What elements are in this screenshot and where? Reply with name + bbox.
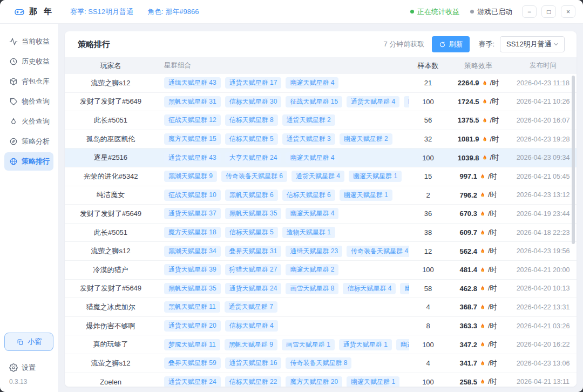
star-cluster-tag: 通货天赋星群 4 bbox=[292, 171, 344, 182]
star-cluster-tag: 黑帆天赋星群 35 bbox=[225, 208, 282, 219]
sidebar-item-current-income[interactable]: 当前收益 bbox=[4, 32, 53, 51]
star-cluster-tag: 黑潮天赋星群 34 bbox=[164, 246, 221, 257]
star-cluster-combo: 梦魇天赋星群 11黑帆天赋星群 9画雪天赋星群 1通货天赋星群 1幽邃天赋星群 … bbox=[157, 339, 409, 350]
sidebar-item-item-price-query[interactable]: 物价查询 bbox=[4, 92, 53, 111]
fire-icon bbox=[479, 229, 486, 236]
star-cluster-tag: 魔方天赋星群 18 bbox=[164, 227, 221, 238]
table-row[interactable]: 发财了发财了#5649黑帆天赋星群 35通货天赋星群 24画雪天赋星群 8信标天… bbox=[65, 280, 577, 299]
table-row[interactable]: Zoelen通货天赋星群 24信标天赋星群 22魔方天赋星群 20幽邃天赋星群 … bbox=[65, 373, 577, 387]
settings-button[interactable]: 设置 bbox=[4, 360, 53, 376]
star-cluster-tag: 通货天赋星群 17 bbox=[225, 77, 282, 89]
gamepad-icon bbox=[14, 6, 25, 17]
publish-time: 2026-04-21 20:00 bbox=[510, 266, 577, 274]
minimize-button[interactable]: − bbox=[522, 5, 537, 18]
table-row[interactable]: 光荣的进化#5342黑潮天赋星群 9传奇装备天赋星群 6通货天赋星群 4幽邃天赋… bbox=[65, 167, 577, 186]
star-cluster-tag: 魔方天赋星群 20 bbox=[286, 376, 342, 387]
sidebar-item-backpack-warehouse[interactable]: 背包仓库 bbox=[4, 72, 53, 91]
sidebar-item-history-income[interactable]: 历史收益 bbox=[4, 52, 53, 71]
sample-count: 32 bbox=[409, 135, 447, 143]
star-cluster-tag: 幽邃天赋星群 4 bbox=[404, 96, 409, 107]
season-select-label: 赛季: bbox=[478, 39, 494, 49]
star-cluster-tag: 传奇装备天赋星群 4 bbox=[347, 246, 409, 257]
fire-icon bbox=[481, 98, 489, 105]
title-bar: 那 年 赛季: SS12明月普通 角色: 那年#9866 正在统计收益 游戏已启… bbox=[0, 0, 583, 24]
publish-time: 2026-04-21 10:26 bbox=[510, 98, 577, 105]
player-name: 猎魔之冰虎加尔 bbox=[65, 302, 157, 312]
table-row[interactable]: 此长#5051征战天赋星群 12信标天赋星群 8通货天赋星群 2561375.5… bbox=[65, 111, 577, 130]
refresh-button[interactable]: 刷新 bbox=[432, 36, 470, 52]
scrollbar-thumb[interactable] bbox=[572, 76, 575, 244]
sidebar-item-strategy-analysis[interactable]: 策略分析 bbox=[4, 132, 53, 151]
sample-count: 56 bbox=[409, 116, 447, 124]
star-cluster-tag: 通货天赋星群 43 bbox=[164, 152, 221, 164]
strategy-efficiency: 670.3/时 bbox=[447, 209, 510, 219]
table-row[interactable]: 流萤之狮s12通缉天赋星群 43通货天赋星群 17幽邃天赋星群 4212264.… bbox=[65, 74, 577, 93]
star-cluster-tag: 幽邃天赋星群 4 bbox=[286, 208, 338, 219]
table-row[interactable]: 纯洁魔女征战天赋星群 10黑帆天赋星群 6信标天赋星群 6幽邃天赋星群 1279… bbox=[65, 186, 577, 205]
star-cluster-tag: 信标天赋星群 8 bbox=[225, 114, 278, 126]
strategy-efficiency: 341.7/时 bbox=[447, 359, 510, 368]
star-cluster-tag: 征战天赋星群 10 bbox=[164, 190, 221, 201]
player-name: 发财了发财了#5649 bbox=[65, 283, 157, 293]
status-collecting: 正在统计收益 bbox=[410, 7, 459, 17]
sidebar-item-fire-price-query[interactable]: 火价查询 bbox=[4, 112, 53, 131]
star-cluster-tag: 幽邃天赋星群 4 bbox=[400, 283, 409, 294]
fire-icon bbox=[479, 322, 486, 330]
strategy-efficiency: 258.5/时 bbox=[447, 377, 510, 387]
app-version: 0.3.13 bbox=[4, 376, 53, 387]
table-row[interactable]: 流萤之狮s12叠界天赋星群 59通货天赋星群 16传奇装备天赋星群 84341.… bbox=[65, 354, 577, 373]
player-name: 纯洁魔女 bbox=[65, 190, 157, 200]
fire-icon bbox=[479, 210, 486, 218]
star-cluster-tag: 造物天赋星群 1 bbox=[282, 227, 335, 238]
table-row[interactable]: 猎魔之冰虎加尔黑帆天赋星群 11通货天赋星群 74368.7/时2026-04-… bbox=[65, 298, 577, 317]
sidebar-item-strategy-ranking[interactable]: 策略排行 bbox=[4, 152, 53, 171]
sample-count: 58 bbox=[409, 285, 447, 293]
mini-window-button[interactable]: 小窗 bbox=[4, 333, 53, 351]
table-row[interactable]: 流萤之狮s12黑潮天赋星群 34叠界天赋星群 31通缉天赋星群 23传奇装备天赋… bbox=[65, 242, 577, 261]
star-cluster-tag: 通货天赋星群 24 bbox=[225, 283, 282, 294]
flame-icon bbox=[9, 117, 18, 126]
table-row[interactable]: 冷漠的猎户通货天赋星群 39狩猎天赋星群 27幽邃天赋星群 2100481.4/… bbox=[65, 261, 577, 280]
table-row[interactable]: 逐星#2516通货天赋星群 43大亨天赋星群 24幽邃天赋星群 41001039… bbox=[65, 148, 577, 167]
column-strategy-efficiency: 策略效率 bbox=[447, 61, 510, 71]
sample-count: 100 bbox=[409, 98, 447, 106]
star-cluster-tag: 征战天赋星群 12 bbox=[164, 114, 221, 126]
refresh-icon bbox=[439, 41, 446, 48]
table-row[interactable]: 孤岛的巫医凯伦魔方天赋星群 15信标天赋星群 5通货天赋星群 3幽邃天赋星群 2… bbox=[65, 130, 577, 149]
strategy-efficiency: 363.3/时 bbox=[447, 321, 510, 331]
star-cluster-combo: 黑潮天赋星群 9传奇装备天赋星群 6通货天赋星群 4幽邃天赋星群 1 bbox=[157, 171, 409, 182]
star-cluster-tag: 画雪天赋星群 1 bbox=[282, 339, 335, 350]
star-cluster-tag: 征战天赋星群 15 bbox=[286, 96, 342, 107]
main-content: 策略排行 7 分钟前获取 刷新 赛季: SS12明月普通 玩家名 星群组 bbox=[58, 24, 583, 392]
table-row[interactable]: 真的玩够了梦魇天赋星群 11黑帆天赋星群 9画雪天赋星群 1通货天赋星群 1幽邃… bbox=[65, 335, 577, 354]
strategy-efficiency: 368.7/时 bbox=[447, 302, 510, 312]
page-title: 策略排行 bbox=[78, 39, 110, 50]
star-cluster-combo: 黑帆天赋星群 11通货天赋星群 7 bbox=[157, 301, 409, 313]
player-name: 此长#5051 bbox=[65, 116, 157, 125]
player-name: 光荣的进化#5342 bbox=[65, 172, 157, 181]
table-row[interactable]: 发财了发财了#5649通货天赋星群 37黑帆天赋星群 35幽邃天赋星群 4366… bbox=[65, 205, 577, 224]
publish-time: 2026-04-19 23:44 bbox=[510, 210, 577, 218]
fire-icon bbox=[479, 378, 486, 386]
star-cluster-combo: 黑帆天赋星群 31信标天赋星群 30征战天赋星群 15通货天赋星群 4幽邃天赋星… bbox=[157, 96, 409, 107]
close-button[interactable]: × bbox=[561, 5, 575, 18]
star-cluster-tag: 狩猎天赋星群 27 bbox=[225, 264, 282, 275]
star-cluster-combo: 通缉天赋星群 43通货天赋星群 17幽邃天赋星群 4 bbox=[157, 77, 409, 89]
table-body: 流萤之狮s12通缉天赋星群 43通货天赋星群 17幽邃天赋星群 4212264.… bbox=[65, 74, 577, 387]
history-icon bbox=[9, 57, 18, 66]
star-cluster-tag: 信标天赋星群 6 bbox=[282, 190, 335, 201]
season-select[interactable]: SS12明月普通 bbox=[500, 36, 565, 52]
table-row[interactable]: 发财了发财了#5649黑帆天赋星群 31信标天赋星群 30征战天赋星群 15通货… bbox=[65, 93, 577, 112]
table-row[interactable]: 爆炸伤害不够啊通货天赋星群 20信标天赋星群 48363.3/时2026-04-… bbox=[65, 317, 577, 336]
strategy-efficiency: 1039.8/时 bbox=[447, 153, 510, 163]
maximize-button[interactable]: □ bbox=[541, 5, 556, 18]
player-name: 此长#5051 bbox=[65, 228, 157, 238]
fire-icon bbox=[479, 266, 486, 274]
publish-time: 2026-04-20 16:07 bbox=[510, 117, 577, 124]
column-star-cluster-combo: 星群组合 bbox=[157, 61, 409, 70]
table-row[interactable]: 此长#5051魔方天赋星群 18信标天赋星群 5造物天赋星群 138609.7/… bbox=[65, 224, 577, 242]
star-cluster-tag: 幽邃天赋星群 1 bbox=[340, 190, 392, 201]
gray-dot-icon bbox=[470, 10, 474, 13]
player-name: 发财了发财了#5649 bbox=[65, 209, 157, 219]
column-player-name: 玩家名 bbox=[65, 61, 157, 71]
